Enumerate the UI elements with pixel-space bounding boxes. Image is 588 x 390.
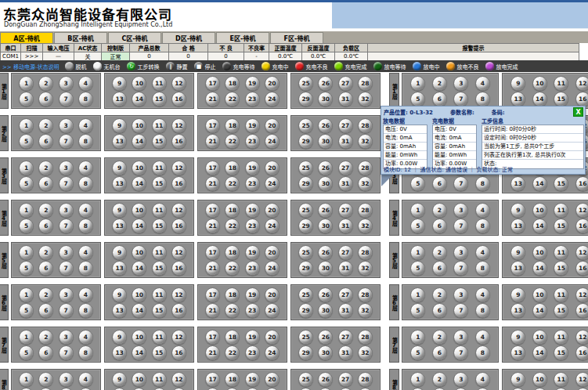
left-cell-5-16[interactable]: 16: [171, 261, 186, 276]
left-cell-2-15[interactable]: 15: [152, 134, 167, 149]
left-cell-4-5[interactable]: 5: [19, 218, 34, 233]
left-cell-8-3[interactable]: 3: [59, 372, 74, 387]
left-cell-2-19[interactable]: 19: [245, 118, 260, 133]
left-cell-3-31[interactable]: 31: [338, 176, 353, 191]
left-cell-2-17[interactable]: 17: [205, 118, 220, 133]
left-cell-6-9[interactable]: 9: [112, 287, 127, 302]
left-cell-4-28[interactable]: 28: [358, 203, 373, 218]
left-cell-1-4[interactable]: 4: [78, 76, 93, 91]
left-cell-8-15[interactable]: 15: [152, 388, 167, 390]
left-cell-4-31[interactable]: 31: [338, 218, 353, 233]
left-cell-6-10[interactable]: 10: [132, 287, 146, 302]
right-cell-5-12[interactable]: 12: [575, 245, 588, 260]
right-cell-8-14[interactable]: 14: [532, 388, 547, 390]
left-cell-1-18[interactable]: 18: [225, 76, 240, 91]
left-cell-8-22[interactable]: 22: [225, 388, 240, 390]
right-cell-6-7[interactable]: 7: [453, 303, 468, 318]
left-cell-8-4[interactable]: 4: [78, 372, 93, 387]
left-cell-3-4[interactable]: 4: [78, 161, 93, 175]
left-cell-7-18[interactable]: 18: [225, 330, 240, 345]
left-cell-8-19[interactable]: 19: [245, 372, 260, 387]
left-cell-5-32[interactable]: 32: [358, 261, 373, 276]
left-cell-7-8[interactable]: 8: [78, 345, 93, 360]
left-cell-4-26[interactable]: 26: [318, 203, 333, 218]
right-cell-1-4[interactable]: 4: [475, 76, 490, 91]
right-cell-6-4[interactable]: 4: [475, 287, 490, 302]
right-cell-1-8[interactable]: 8: [475, 92, 490, 107]
left-cell-5-15[interactable]: 15: [152, 261, 167, 276]
left-cell-6-30[interactable]: 30: [318, 303, 333, 318]
left-cell-2-23[interactable]: 23: [245, 134, 260, 149]
left-cell-5-18[interactable]: 18: [225, 245, 240, 260]
left-cell-6-23[interactable]: 23: [245, 303, 260, 318]
left-cell-1-3[interactable]: 3: [59, 76, 74, 91]
left-cell-3-14[interactable]: 14: [132, 176, 146, 191]
left-cell-2-8[interactable]: 8: [78, 134, 93, 149]
right-cell-7-1[interactable]: 1: [410, 330, 425, 345]
right-cell-3-7[interactable]: 7: [453, 176, 468, 191]
left-cell-4-15[interactable]: 15: [152, 218, 167, 233]
right-cell-6-13[interactable]: 13: [510, 303, 525, 318]
left-cell-5-23[interactable]: 23: [245, 261, 260, 276]
right-cell-4-7[interactable]: 7: [453, 218, 468, 233]
left-cell-7-16[interactable]: 16: [171, 345, 186, 360]
right-cell-1-3[interactable]: 3: [453, 76, 468, 91]
left-cell-6-32[interactable]: 32: [358, 303, 373, 318]
right-cell-7-14[interactable]: 14: [532, 345, 547, 360]
right-cell-1-1[interactable]: 1: [410, 76, 425, 91]
left-cell-7-20[interactable]: 20: [265, 330, 280, 345]
right-cell-1-2[interactable]: 2: [432, 76, 447, 91]
left-cell-1-9[interactable]: 9: [112, 76, 127, 91]
left-cell-4-12[interactable]: 12: [171, 203, 186, 218]
left-cell-7-6[interactable]: 6: [38, 345, 53, 360]
right-cell-5-6[interactable]: 6: [432, 261, 447, 276]
left-cell-1-32[interactable]: 32: [358, 92, 373, 107]
right-cell-4-14[interactable]: 14: [532, 218, 547, 233]
left-cell-4-10[interactable]: 10: [132, 203, 146, 218]
right-cell-1-11[interactable]: 11: [554, 76, 568, 91]
left-cell-6-14[interactable]: 14: [132, 303, 146, 318]
left-cell-8-5[interactable]: 5: [19, 388, 34, 390]
right-cell-7-11[interactable]: 11: [554, 330, 568, 345]
right-cell-3-15[interactable]: 15: [554, 176, 568, 191]
left-cell-4-25[interactable]: 25: [298, 203, 313, 218]
left-cell-6-27[interactable]: 27: [338, 287, 353, 302]
right-cell-8-7[interactable]: 7: [453, 388, 468, 390]
left-cell-7-26[interactable]: 26: [318, 330, 333, 345]
right-cell-5-4[interactable]: 4: [475, 245, 490, 260]
left-cell-7-31[interactable]: 31: [338, 345, 353, 360]
left-cell-6-15[interactable]: 15: [152, 303, 167, 318]
left-cell-4-24[interactable]: 24: [265, 218, 280, 233]
left-cell-6-25[interactable]: 25: [298, 287, 313, 302]
right-cell-5-13[interactable]: 13: [510, 261, 525, 276]
left-cell-7-32[interactable]: 32: [358, 345, 373, 360]
left-cell-8-10[interactable]: 10: [132, 372, 146, 387]
left-cell-7-13[interactable]: 13: [112, 345, 127, 360]
left-cell-3-2[interactable]: 2: [38, 161, 53, 175]
left-cell-7-12[interactable]: 12: [171, 330, 186, 345]
left-cell-1-6[interactable]: 6: [38, 92, 53, 107]
left-cell-2-9[interactable]: 9: [112, 118, 127, 133]
left-cell-7-21[interactable]: 21: [205, 345, 220, 360]
tab-zone-4[interactable]: E区-待机: [216, 32, 269, 43]
right-cell-7-3[interactable]: 3: [453, 330, 468, 345]
left-cell-4-27[interactable]: 27: [338, 203, 353, 218]
right-cell-8-15[interactable]: 15: [554, 388, 568, 390]
left-cell-2-11[interactable]: 11: [152, 118, 167, 133]
left-cell-7-14[interactable]: 14: [132, 345, 146, 360]
left-cell-1-31[interactable]: 31: [338, 92, 353, 107]
left-cell-5-13[interactable]: 13: [112, 261, 127, 276]
right-cell-1-14[interactable]: 14: [532, 92, 547, 107]
left-cell-4-19[interactable]: 19: [245, 203, 260, 218]
left-cell-8-12[interactable]: 12: [171, 372, 186, 387]
left-cell-8-13[interactable]: 13: [112, 388, 127, 390]
left-cell-6-4[interactable]: 4: [78, 287, 93, 302]
left-cell-6-20[interactable]: 20: [265, 287, 280, 302]
left-cell-1-27[interactable]: 27: [338, 76, 353, 91]
left-cell-4-16[interactable]: 16: [171, 218, 186, 233]
right-cell-5-3[interactable]: 3: [453, 245, 468, 260]
left-cell-1-19[interactable]: 19: [245, 76, 260, 91]
left-cell-8-27[interactable]: 27: [338, 372, 353, 387]
left-cell-3-1[interactable]: 1: [19, 161, 34, 175]
left-cell-6-8[interactable]: 8: [78, 303, 93, 318]
